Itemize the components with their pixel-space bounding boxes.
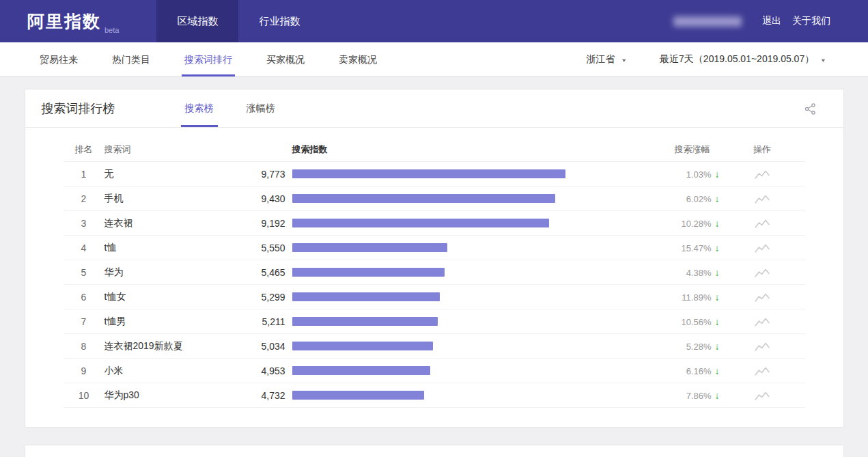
table-row: 7 t恤男 5,211 10.56%↓: [64, 309, 805, 334]
index-bar: [292, 243, 447, 252]
action-cell: [720, 242, 805, 253]
main-content: 搜索词排行榜 搜索榜 涨幅榜 排名 搜索词 搜索指数: [25, 89, 844, 457]
index-bar-track: [292, 292, 565, 301]
change-cell: 11.89%↓: [617, 292, 720, 303]
change-value: 1.03%: [686, 169, 712, 180]
index-bar-cell: [285, 194, 617, 203]
index-value: 9,192: [227, 218, 285, 229]
keyword-cell: 华为: [104, 266, 227, 279]
rank-cell: 10: [64, 390, 104, 401]
share-icon[interactable]: [804, 103, 816, 117]
keyword-cell: 小米: [104, 365, 227, 377]
subnav-item-trade[interactable]: 贸易往来: [40, 42, 78, 77]
action-cell: [720, 365, 805, 376]
rank-cell: 5: [64, 267, 104, 278]
action-cell: [720, 389, 805, 401]
subnav-item-buyer-overview[interactable]: 买家概况: [266, 42, 305, 77]
sub-nav: 贸易往来 热门类目 搜索词排行 买家概况 卖家概况 浙江省 ▼ 最近7天（201…: [0, 42, 868, 77]
change-cell: 6.02%↓: [617, 193, 720, 204]
table-row: 9 小米 4,953 6.16%↓: [64, 359, 805, 383]
trend-chart-icon[interactable]: [755, 317, 770, 327]
keyword-cell: 连衣裙: [104, 217, 227, 230]
trend-chart-icon[interactable]: [755, 219, 770, 229]
action-cell: [720, 340, 805, 352]
trend-chart-icon[interactable]: [755, 268, 770, 278]
trend-chart-icon[interactable]: [755, 194, 770, 204]
index-bar: [292, 317, 438, 326]
keyword-cell: 连衣裙2019新款夏: [104, 340, 227, 352]
arrow-down-icon: ↓: [715, 365, 720, 376]
arrow-down-icon: ↓: [715, 390, 720, 401]
index-bar-track: [292, 194, 565, 203]
index-bar-track: [292, 366, 565, 375]
keyword-cell: t恤男: [104, 316, 227, 328]
table-row: 2 手机 9,430 6.02%↓: [64, 186, 805, 211]
index-bar-track: [292, 243, 565, 252]
rank-cell: 4: [64, 243, 104, 253]
index-bar-cell: [285, 219, 617, 227]
index-bar-track: [292, 169, 565, 178]
index-bar: [292, 292, 440, 301]
table-row: 3 连衣裙 9,192 10.28%↓: [64, 211, 805, 236]
header-action: 操作: [720, 143, 805, 156]
index-bar: [292, 391, 425, 400]
top-nav-item-region-index[interactable]: 区域指数: [156, 0, 238, 42]
change-cell: 1.03%↓: [617, 169, 720, 180]
index-value: 5,465: [227, 267, 285, 278]
trend-chart-icon[interactable]: [755, 342, 770, 352]
arrow-down-icon: ↓: [715, 218, 720, 229]
index-bar: [292, 342, 433, 350]
action-cell: [720, 193, 805, 204]
change-value: 5.28%: [686, 342, 712, 352]
trend-chart-icon[interactable]: [755, 169, 770, 180]
chevron-down-icon: ▼: [820, 57, 826, 63]
trend-chart-icon[interactable]: [755, 391, 770, 401]
header-rank: 排名: [64, 143, 104, 156]
tab-search-ranking[interactable]: 搜索榜: [182, 89, 216, 127]
rank-cell: 6: [64, 292, 104, 303]
rank-cell: 3: [64, 218, 104, 229]
change-value: 10.28%: [681, 219, 711, 229]
region-selector[interactable]: 浙江省 ▼: [586, 53, 627, 66]
index-bar-track: [292, 219, 565, 227]
logout-link[interactable]: 退出: [762, 15, 781, 27]
arrow-down-icon: ↓: [715, 316, 720, 327]
logo[interactable]: 阿里指数 beta: [27, 0, 119, 42]
change-cell: 7.86%↓: [617, 390, 720, 401]
rank-cell: 2: [64, 193, 104, 204]
table-row: 10 华为p30 4,732 7.86%↓: [64, 383, 805, 408]
index-bar-track: [292, 268, 565, 277]
tab-growth-ranking[interactable]: 涨幅榜: [244, 89, 278, 127]
trend-chart-icon[interactable]: [755, 366, 770, 376]
index-bar-cell: [285, 317, 617, 326]
about-us-link[interactable]: 关于我们: [792, 15, 830, 27]
change-value: 6.16%: [686, 366, 712, 376]
change-value: 10.56%: [681, 317, 711, 327]
index-value: 9,430: [227, 193, 285, 204]
change-value: 6.02%: [686, 194, 712, 204]
change-value: 4.38%: [686, 268, 712, 278]
arrow-down-icon: ↓: [715, 267, 720, 278]
trend-chart-icon[interactable]: [755, 292, 770, 303]
top-nav: 区域指数 行业指数: [156, 0, 320, 42]
arrow-down-icon: ↓: [715, 169, 720, 180]
index-bar-cell: [285, 268, 617, 277]
subnav-filters: 浙江省 ▼ 最近7天（2019.05.01~2019.05.07） ▼: [586, 53, 826, 66]
action-cell: [720, 168, 805, 180]
subnav-item-search-ranking[interactable]: 搜索词排行: [184, 42, 232, 77]
trend-chart-icon[interactable]: [755, 243, 770, 253]
subnav-item-seller-overview[interactable]: 卖家概况: [339, 42, 377, 77]
change-cell: 4.38%↓: [617, 267, 720, 278]
index-bar: [292, 194, 556, 203]
top-nav-item-industry-index[interactable]: 行业指数: [238, 0, 320, 42]
action-cell: [720, 291, 805, 303]
index-bar-cell: [285, 243, 617, 252]
index-bar-track: [292, 391, 565, 400]
change-cell: 10.56%↓: [617, 316, 720, 327]
index-value: 5,034: [227, 341, 285, 352]
index-value: 5,550: [227, 243, 285, 253]
date-range-selector[interactable]: 最近7天（2019.05.01~2019.05.07） ▼: [660, 53, 826, 66]
table-row: 5 华为 5,465 4.38%↓: [64, 260, 805, 285]
header-keyword: 搜索词: [104, 143, 227, 156]
subnav-item-hot-categories[interactable]: 热门类目: [112, 42, 150, 77]
